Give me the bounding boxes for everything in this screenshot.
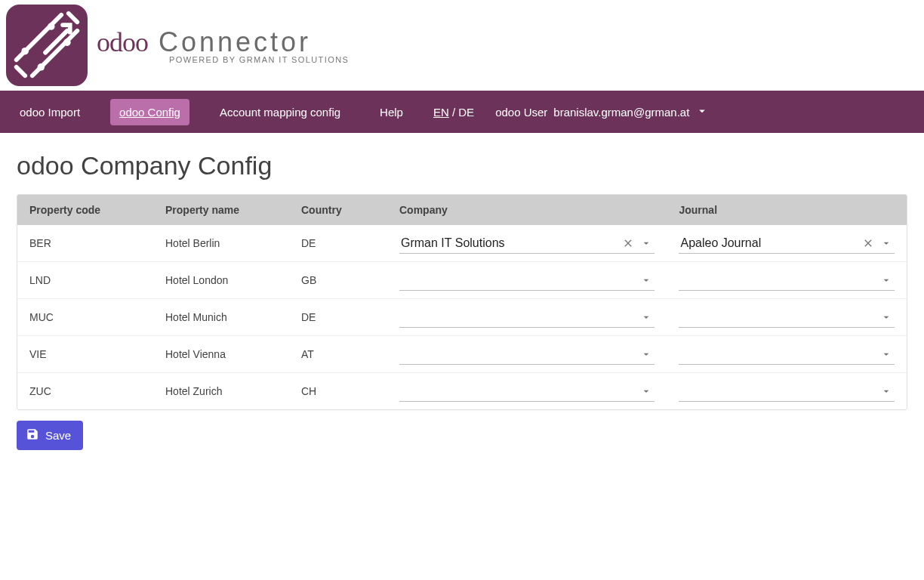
chevron-down-icon [695,104,709,120]
cell-property-name: Hotel Vienna [153,336,289,373]
table-row: ZUCHotel ZurichCH [17,373,907,410]
save-button[interactable]: Save [17,421,83,450]
lang-de[interactable]: DE [458,106,474,119]
brand-tagline: POWERED BY GRMAN IT SOLUTIONS [169,55,349,64]
caret-down-icon[interactable] [879,273,893,287]
cell-country: CH [289,373,387,410]
cell-company: Grman IT Solutions [387,225,667,262]
cell-country: AT [289,336,387,373]
cell-country: GB [289,262,387,299]
nav-help[interactable]: Help [371,99,412,125]
cell-journal-select[interactable]: Apaleo Journal [679,233,895,254]
cell-journal [667,299,907,336]
config-table: Property code Property name Country Comp… [17,195,907,409]
cell-company-select[interactable] [399,344,654,365]
clear-icon[interactable] [861,236,875,250]
navbar: odoo Import odoo Config Account mapping … [0,91,924,133]
cell-journal-select[interactable] [679,270,895,291]
nav-config[interactable]: odoo Config [110,99,189,125]
cell-journal-select[interactable] [679,307,895,328]
brand-product: Connector [159,26,311,58]
cell-company-select[interactable] [399,270,654,291]
logo [6,5,88,86]
cell-country: DE [289,225,387,262]
svg-point-9 [48,23,55,30]
brand-text: odoo Connector POWERED BY GRMAN IT SOLUT… [97,26,349,64]
cell-property-code: BER [17,225,153,262]
save-button-label: Save [45,429,71,442]
cell-property-name: Hotel Munich [153,299,289,336]
select-value: Apaleo Journal [680,236,861,250]
cell-company [387,262,667,299]
cell-property-name: Hotel London [153,262,289,299]
nav-import[interactable]: odoo Import [11,99,89,125]
cell-property-code: LND [17,262,153,299]
cell-property-code: MUC [17,299,153,336]
cell-journal [667,373,907,410]
cell-journal: Apaleo Journal [667,225,907,262]
page-title: odoo Company Config [17,151,907,180]
save-icon [26,427,39,443]
caret-down-icon[interactable] [879,384,893,398]
cell-journal-select[interactable] [679,344,895,365]
clear-icon[interactable] [621,236,635,250]
cell-property-code: VIE [17,336,153,373]
caret-down-icon[interactable] [639,273,653,287]
caret-down-icon[interactable] [639,310,653,324]
cell-journal-select[interactable] [679,381,895,402]
cell-company-select[interactable] [399,307,654,328]
col-country: Country [289,195,387,225]
cell-company [387,373,667,410]
select-value: Grman IT Solutions [401,236,621,250]
col-property-code: Property code [17,195,153,225]
lang-en[interactable]: EN [433,106,449,119]
table-row: BERHotel BerlinDEGrman IT SolutionsApale… [17,225,907,262]
cell-company [387,336,667,373]
cell-journal [667,262,907,299]
lang-switch: EN / DE [433,106,474,119]
user-menu[interactable]: odoo User branislav.grman@grman.at [495,104,709,120]
col-journal: Journal [667,195,907,225]
cell-company-select[interactable]: Grman IT Solutions [399,233,654,254]
svg-point-6 [21,48,29,55]
caret-down-icon[interactable] [639,236,653,250]
cell-property-name: Hotel Berlin [153,225,289,262]
cell-country: DE [289,299,387,336]
cell-property-name: Hotel Zurich [153,373,289,410]
cell-company-select[interactable] [399,381,654,402]
cell-property-code: ZUC [17,373,153,410]
header: odoo Connector POWERED BY GRMAN IT SOLUT… [0,0,924,91]
caret-down-icon[interactable] [879,236,893,250]
caret-down-icon[interactable] [879,310,893,324]
svg-point-8 [63,39,71,46]
user-label: odoo User [495,106,547,119]
caret-down-icon[interactable] [639,384,653,398]
col-property-name: Property name [153,195,289,225]
cell-company [387,299,667,336]
caret-down-icon[interactable] [879,347,893,361]
svg-point-7 [38,63,45,71]
col-company: Company [387,195,667,225]
user-email: branislav.grman@grman.at [553,106,689,119]
config-table-card: Property code Property name Country Comp… [17,194,907,410]
table-row: VIEHotel ViennaAT [17,336,907,373]
main-container: odoo Company Config Property code Proper… [0,133,924,473]
caret-down-icon[interactable] [639,347,653,361]
table-row: LNDHotel LondonGB [17,262,907,299]
cell-journal [667,336,907,373]
brand-odoo: odoo [97,26,148,58]
table-row: MUCHotel MunichDE [17,299,907,336]
nav-account-mapping[interactable]: Account mapping config [211,99,350,125]
